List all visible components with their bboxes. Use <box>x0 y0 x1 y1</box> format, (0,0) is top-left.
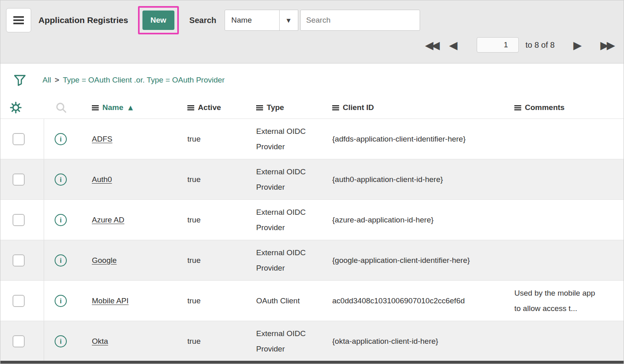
record-link[interactable]: Okta <box>92 337 108 345</box>
active-value: true <box>182 293 250 308</box>
title-row: Application Registries New Search Name ▼ <box>6 0 615 34</box>
record-link[interactable]: Auth0 <box>92 175 112 184</box>
column-header-name-label: Name <box>102 103 123 112</box>
next-page-icon[interactable]: ▶ <box>573 40 582 51</box>
table-row: Azure AD true External OIDC Provider {az… <box>0 199 624 240</box>
client-id-value: {adfds-application-client-identifier-her… <box>332 131 466 146</box>
column-header-client-id[interactable]: Client ID <box>327 103 505 112</box>
column-header-active[interactable]: Active <box>182 103 250 112</box>
active-value: true <box>182 334 250 349</box>
hamburger-menu-button[interactable] <box>6 8 31 32</box>
new-button[interactable]: New <box>142 11 174 30</box>
row-checkbox[interactable] <box>13 174 25 186</box>
column-menu-icon <box>256 105 263 110</box>
client-id-value: {auth0-application-client-id-here} <box>332 172 443 187</box>
chevron-down-icon: ▼ <box>287 17 291 23</box>
list-header-row: Name ▲ Active Type Client ID Comments <box>0 97 624 119</box>
type-value: External OIDC Provider <box>250 205 327 235</box>
search-field-select[interactable]: Name ▼ <box>225 10 298 31</box>
column-header-name[interactable]: Name ▲ <box>86 103 182 112</box>
bottom-edge-bar <box>0 361 624 364</box>
previous-page-icon[interactable]: ◀ <box>449 40 458 51</box>
page-title: Application Registries <box>38 15 128 25</box>
record-link[interactable]: Mobile API <box>92 296 129 305</box>
pagination-range-text: to 8 of 8 <box>525 40 554 50</box>
search-toggle-cell <box>44 101 86 114</box>
table-row: Okta true External OIDC Provider {okta-a… <box>0 321 624 361</box>
pagination-row: ◀◀ ◀ to 8 of 8 ▶ ▶▶ <box>6 34 615 55</box>
search-icon[interactable] <box>55 101 68 114</box>
last-page-icon[interactable]: ▶▶ <box>600 40 613 51</box>
first-page-icon[interactable]: ◀◀ <box>425 40 438 51</box>
info-icon[interactable] <box>55 254 67 267</box>
search-label: Search <box>189 16 216 25</box>
page-number-input[interactable] <box>477 37 519 53</box>
row-checkbox[interactable] <box>13 133 25 145</box>
search-input[interactable] <box>300 10 420 31</box>
client-id-value: {google-application-client-identifier-he… <box>332 253 470 268</box>
funnel-icon[interactable] <box>13 73 27 87</box>
type-value: External OIDC Provider <box>250 164 327 194</box>
gear-icon[interactable] <box>9 101 22 114</box>
row-checkbox[interactable] <box>13 254 25 267</box>
breadcrumb-condition-link[interactable]: Type = OAuth Client .or. Type = OAuth Pr… <box>63 76 225 85</box>
active-value: true <box>182 253 250 268</box>
type-value: External OIDC Provider <box>250 124 327 154</box>
breadcrumb-separator: > <box>55 76 59 85</box>
top-bar: Application Registries New Search Name ▼… <box>0 0 624 63</box>
table-row: Mobile API true OAuth Client ac0dd3408c1… <box>0 280 624 321</box>
column-menu-icon <box>514 105 521 110</box>
new-button-highlight-annotation: New <box>138 6 179 34</box>
gear-cell <box>0 101 44 114</box>
column-header-type[interactable]: Type <box>250 103 327 112</box>
column-header-client-id-label: Client ID <box>343 103 374 112</box>
column-menu-icon <box>187 105 194 110</box>
record-link[interactable]: Azure AD <box>92 216 124 224</box>
table-row: ADFS true External OIDC Provider {adfds-… <box>0 119 624 159</box>
table-row: Google true External OIDC Provider {goog… <box>0 240 624 280</box>
breadcrumb-all-link[interactable]: All <box>42 76 51 85</box>
comments-value: Used by the mobile app to allow access t… <box>514 286 595 315</box>
info-icon[interactable] <box>55 335 67 347</box>
client-id-value: {okta-application-client-id-here} <box>332 334 438 349</box>
sort-ascending-icon: ▲ <box>128 104 133 111</box>
active-value: true <box>182 172 250 187</box>
column-menu-icon <box>92 105 99 110</box>
info-icon[interactable] <box>55 133 67 145</box>
row-checkbox[interactable] <box>13 335 25 347</box>
breadcrumb: All > Type = OAuth Client .or. Type = OA… <box>42 76 225 85</box>
filter-bar: All > Type = OAuth Client .or. Type = OA… <box>0 63 624 97</box>
column-header-comments-label: Comments <box>525 103 565 112</box>
client-id-value: {azure-ad-application-id-here} <box>332 212 433 227</box>
client-id-value: ac0dd3408c1031006907010c2cc6ef6d <box>332 293 465 308</box>
active-value: true <box>182 212 250 227</box>
type-value: External OIDC Provider <box>250 326 327 356</box>
search-field-selected-value: Name <box>225 16 279 25</box>
active-value: true <box>182 131 250 146</box>
info-icon[interactable] <box>55 214 67 226</box>
type-value: External OIDC Provider <box>250 245 327 275</box>
type-value: OAuth Client <box>250 293 327 308</box>
column-menu-icon <box>332 105 339 110</box>
record-link[interactable]: Google <box>92 256 117 265</box>
column-header-comments[interactable]: Comments <box>505 103 624 112</box>
column-header-active-label: Active <box>198 103 221 112</box>
row-checkbox[interactable] <box>13 214 25 226</box>
column-header-type-label: Type <box>267 103 284 112</box>
row-checkbox[interactable] <box>13 295 25 307</box>
application-registries-list: Name ▲ Active Type Client ID Comments <box>0 97 624 361</box>
info-icon[interactable] <box>55 174 67 186</box>
select-arrow-box: ▼ <box>279 10 298 30</box>
info-icon[interactable] <box>55 295 67 307</box>
application-registries-page: Application Registries New Search Name ▼… <box>0 0 624 364</box>
hamburger-menu-icon <box>13 16 24 24</box>
table-row: Auth0 true External OIDC Provider {auth0… <box>0 159 624 199</box>
record-link[interactable]: ADFS <box>92 135 112 143</box>
